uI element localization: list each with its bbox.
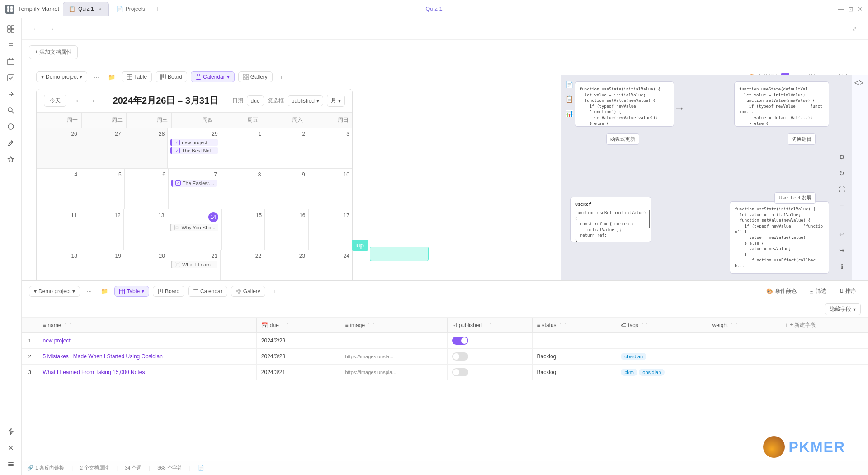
cal-event-what[interactable]: □ What I Learn... (171, 261, 217, 268)
view-add-top[interactable]: + (276, 71, 287, 82)
win-close[interactable]: ✕ (857, 5, 863, 13)
row-3-published-toggle[interactable] (452, 368, 468, 376)
row-2-name-link[interactable]: 5 Mistakes I Made When I Started Using O… (43, 353, 163, 360)
cal-prev-button[interactable]: ‹ (72, 95, 83, 106)
sidebar-icon-search[interactable] (4, 103, 18, 118)
view-folder-bottom[interactable]: 📁 (98, 285, 111, 298)
panel-icon-settings[interactable]: ⚙ (835, 151, 848, 163)
col-due-sort[interactable]: ⋮⋮ (281, 323, 290, 328)
sidebar-icon-menu[interactable] (4, 457, 18, 471)
row-2-published-toggle[interactable] (452, 352, 468, 361)
cal-cell-27: 27 (80, 128, 124, 169)
panel-icon-refresh[interactable]: ↻ (835, 167, 848, 180)
view-table-top[interactable]: Table (122, 71, 152, 82)
hidden-fields-label: 隐藏字段 (830, 305, 851, 313)
teal-box (370, 247, 429, 261)
published-value: published (292, 98, 315, 104)
tab-projects[interactable]: 📄 Projects (111, 2, 151, 16)
hidden-fields-button[interactable]: 隐藏字段 ▾ (825, 303, 861, 315)
col-tags-label: tags (628, 322, 638, 328)
cal-event-easiest[interactable]: ✓ The Easiest.... (171, 180, 217, 187)
col-tags-sort[interactable]: ⋮⋮ (640, 323, 649, 328)
row-1-name-link[interactable]: new project (43, 337, 71, 344)
row-3-name-link[interactable]: What I Learned From Taking 15,000 Notes (43, 369, 145, 375)
up-button[interactable]: up (352, 240, 368, 251)
panel-icon-doc3[interactable]: 📊 (563, 107, 576, 120)
view-dot-menu-top[interactable]: ··· (91, 71, 102, 82)
sidebar-icon-edit[interactable] (4, 136, 18, 150)
sidebar (0, 18, 22, 475)
view-add-bottom[interactable]: + (269, 286, 280, 297)
sidebar-icon-circle[interactable] (4, 119, 18, 134)
view-folder-top[interactable]: 📁 (105, 71, 118, 83)
svg-rect-31 (165, 74, 166, 79)
view-table-bottom[interactable]: Table ▾ (114, 286, 149, 297)
view-table-label-top: Table (134, 74, 147, 80)
svg-rect-1 (10, 6, 13, 9)
panel-icon-expand[interactable]: ⛶ (835, 183, 848, 196)
sidebar-icon-list[interactable] (4, 38, 18, 52)
code-tag-icon: </> (850, 75, 868, 91)
sidebar-icon-arrow[interactable] (4, 87, 18, 101)
panel-icon-doc2[interactable]: 📋 (563, 93, 576, 105)
view-board-bottom[interactable]: Board (153, 286, 184, 297)
date-field-dropdown[interactable]: due (247, 95, 264, 106)
back-button[interactable]: ← (29, 23, 42, 35)
col-name-label: name (48, 322, 61, 328)
cal-event-best-not[interactable]: ✓ The Best Not... (170, 147, 217, 154)
project-selector-top[interactable]: ▾ Demo project ▾ (36, 71, 87, 82)
win-minimize[interactable]: — (838, 5, 844, 13)
panel-icon-info[interactable]: ℹ (835, 260, 848, 273)
sidebar-icon-calendar[interactable] (4, 54, 18, 69)
sidebar-icon-grid[interactable] (4, 22, 18, 36)
view-mode-dropdown[interactable]: 月 ▾ (327, 95, 345, 107)
view-gallery-top[interactable]: Gallery (238, 71, 273, 82)
win-maximize[interactable]: ⊡ (848, 5, 854, 13)
panel-icon-doc1[interactable]: 📄 (563, 78, 576, 91)
view-board-top[interactable]: Board (156, 71, 187, 82)
bottom-actions: 🎨 条件颜色 ⊟ 筛选 ⇅ 排序 (762, 285, 861, 297)
col-image-sort[interactable]: ⋮⋮ (367, 323, 376, 328)
col-new-field[interactable]: + + 新建字段 (776, 318, 868, 333)
cal-event-why[interactable]: □ Why You Sho... (170, 224, 218, 231)
filter-icon-bottom: ⊟ (809, 288, 814, 294)
tab-quiz1[interactable]: 📋 Quiz 1 ✕ (63, 2, 109, 16)
cal-cell-28: 28 (124, 128, 168, 169)
col-weight-sort[interactable]: ⋮⋮ (730, 323, 739, 328)
view-gallery-bottom[interactable]: Gallery (231, 286, 265, 297)
sidebar-icon-check[interactable] (4, 71, 18, 85)
sidebar-icon-star[interactable] (4, 152, 18, 166)
table-row: 3 What I Learned From Taking 15,000 Note… (22, 365, 868, 380)
col-status-sort[interactable]: ⋮⋮ (558, 323, 567, 328)
date-label: 日期 (232, 97, 243, 104)
cal-event-new-project[interactable]: ✓ new project (170, 139, 217, 146)
col-published-sort[interactable]: ⋮⋮ (484, 323, 493, 328)
filter-btn-bottom[interactable]: ⊟ 筛选 (805, 285, 831, 297)
today-button[interactable]: 今天 (44, 95, 66, 107)
tab-add-button[interactable]: + (152, 4, 163, 14)
view-calendar-bottom[interactable]: Calendar (188, 286, 227, 297)
published-dropdown[interactable]: published ▾ (288, 95, 323, 106)
sort-btn-bottom[interactable]: ⇅ 排序 (835, 285, 861, 297)
sidebar-icon-lightning[interactable] (4, 424, 18, 439)
new-field-button[interactable]: + + 新建字段 (781, 321, 863, 329)
view-dot-menu-bottom[interactable]: ··· (84, 286, 94, 297)
cal-next-button[interactable]: › (88, 95, 99, 106)
forward-button[interactable]: → (45, 23, 58, 35)
tooltip-sep-2: | (116, 466, 118, 471)
panel-icon-redo[interactable]: ↪ (835, 244, 848, 256)
sidebar-icon-x[interactable] (4, 441, 18, 455)
expand-button[interactable]: ⤢ (848, 23, 861, 35)
col-published-label: published (459, 322, 482, 328)
project-selector-bottom[interactable]: ▾ Demo project ▾ (29, 286, 80, 297)
filter-color-btn-bottom[interactable]: 🎨 条件颜色 (762, 285, 801, 297)
cal-cell-7: 7 ✓ The Easiest.... (169, 169, 220, 209)
view-calendar-top[interactable]: Calendar ▾ (191, 71, 235, 82)
add-property-button[interactable]: + 添加文档属性 (29, 45, 78, 59)
panel-icon-minus[interactable]: − (835, 200, 848, 212)
col-name-sort[interactable]: ⋮⋮ (63, 323, 72, 328)
panel-icon-undo[interactable]: ↩ (835, 228, 848, 240)
tab-quiz1-close[interactable]: ✕ (97, 6, 103, 12)
row-1-published-toggle[interactable] (452, 337, 468, 345)
table-container[interactable]: ≡ name ⋮⋮ 📅 due ⋮⋮ (22, 318, 868, 475)
